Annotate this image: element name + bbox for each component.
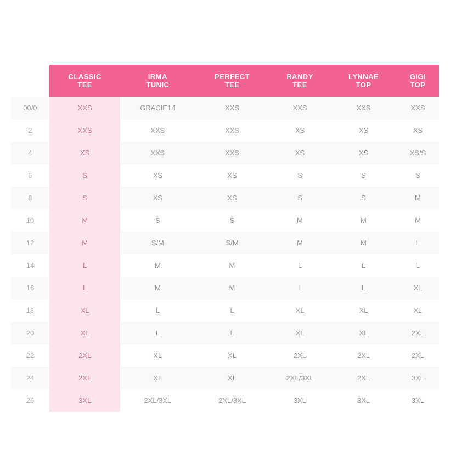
cell-perfect-11: XL <box>195 344 269 367</box>
cell-gigi-13: 3XL <box>397 389 439 412</box>
table-row: 16LMMLLXL <box>11 277 439 299</box>
cell-lynnae-6: M <box>330 232 397 254</box>
cell-lynnae-10: XL <box>330 322 397 344</box>
table-row: 4XSXXSXXSXSXSXS/S <box>11 142 439 164</box>
cell-gigi-10: 2XL <box>397 322 439 344</box>
cell-irma-8: M <box>120 277 195 299</box>
cell-gigi-2: XS/S <box>397 142 439 164</box>
cell-randy-13: 3XL <box>269 389 330 412</box>
cell-gigi-11: 2XL <box>397 344 439 367</box>
header-irma-tunic: IRMATUNIC <box>120 65 195 97</box>
cell-gigi-7: L <box>397 254 439 277</box>
cell-randy-2: XS <box>269 142 330 164</box>
cell-irma-12: XL <box>120 367 195 389</box>
cell-perfect-4: XS <box>195 187 269 209</box>
cell-classic-10: XL <box>49 322 121 344</box>
cell-size-9: 18 <box>11 299 49 322</box>
table-row: 14LMMLLL <box>11 254 439 277</box>
header-lynnae-top: LYNNAETOP <box>330 65 397 97</box>
cell-perfect-5: S <box>195 209 269 232</box>
cell-lynnae-4: S <box>330 187 397 209</box>
cell-size-5: 10 <box>11 209 49 232</box>
table-header: CLASSICTEE IRMATUNIC PERFECTTEE RANDYTEE… <box>11 65 439 97</box>
header-randy-tee: RANDYTEE <box>269 65 330 97</box>
cell-perfect-13: 2XL/3XL <box>195 389 269 412</box>
table-row: 6SXSXSSSS <box>11 164 439 187</box>
cell-perfect-6: S/M <box>195 232 269 254</box>
size-chart-table: CLASSICTEE IRMATUNIC PERFECTTEE RANDYTEE… <box>11 65 439 412</box>
cell-classic-13: 3XL <box>49 389 121 412</box>
cell-size-3: 6 <box>11 164 49 187</box>
cell-irma-0: GRACIE14 <box>120 97 195 119</box>
cell-classic-9: XL <box>49 299 121 322</box>
cell-gigi-12: 3XL <box>397 367 439 389</box>
cell-classic-0: XXS <box>49 97 121 119</box>
cell-irma-10: L <box>120 322 195 344</box>
cell-perfect-7: M <box>195 254 269 277</box>
cell-size-2: 4 <box>11 142 49 164</box>
cell-classic-12: 2XL <box>49 367 121 389</box>
table-row: 00/0XXSGRACIE14XXSXXSXXSXXS <box>11 97 439 119</box>
cell-size-10: 20 <box>11 322 49 344</box>
table-row: 10MSSMMM <box>11 209 439 232</box>
header-gigi-top: GIGITOP <box>397 65 439 97</box>
cell-perfect-0: XXS <box>195 97 269 119</box>
cell-gigi-4: M <box>397 187 439 209</box>
cell-randy-3: S <box>269 164 330 187</box>
cell-size-13: 26 <box>11 389 49 412</box>
cell-size-12: 24 <box>11 367 49 389</box>
cell-perfect-9: L <box>195 299 269 322</box>
cell-size-6: 12 <box>11 232 49 254</box>
cell-irma-13: 2XL/3XL <box>120 389 195 412</box>
cell-randy-11: 2XL <box>269 344 330 367</box>
cell-randy-1: XS <box>269 119 330 142</box>
cell-randy-10: XL <box>269 322 330 344</box>
header-perfect-tee: PERFECTTEE <box>195 65 269 97</box>
cell-perfect-2: XXS <box>195 142 269 164</box>
cell-irma-7: M <box>120 254 195 277</box>
cell-classic-3: S <box>49 164 121 187</box>
cell-irma-2: XXS <box>120 142 195 164</box>
header-size <box>11 65 49 97</box>
cell-perfect-1: XXS <box>195 119 269 142</box>
table-body: 00/0XXSGRACIE14XXSXXSXXSXXS2XXSXXSXXSXSX… <box>11 97 439 412</box>
cell-lynnae-1: XS <box>330 119 397 142</box>
cell-lynnae-3: S <box>330 164 397 187</box>
cell-classic-8: L <box>49 277 121 299</box>
cell-irma-5: S <box>120 209 195 232</box>
cell-lynnae-12: 2XL <box>330 367 397 389</box>
cell-randy-9: XL <box>269 299 330 322</box>
table-row: 8SXSXSSSM <box>11 187 439 209</box>
cell-lynnae-2: XS <box>330 142 397 164</box>
cell-randy-5: M <box>269 209 330 232</box>
table-row: 20XLLLXLXL2XL <box>11 322 439 344</box>
cell-randy-8: L <box>269 277 330 299</box>
cell-irma-11: XL <box>120 344 195 367</box>
cell-size-4: 8 <box>11 187 49 209</box>
cell-irma-3: XS <box>120 164 195 187</box>
table-row: 242XLXLXL2XL/3XL2XL3XL <box>11 367 439 389</box>
cell-lynnae-11: 2XL <box>330 344 397 367</box>
cell-lynnae-0: XXS <box>330 97 397 119</box>
cell-classic-11: 2XL <box>49 344 121 367</box>
cell-irma-6: S/M <box>120 232 195 254</box>
table-row: 18XLLLXLXLXL <box>11 299 439 322</box>
cell-gigi-6: L <box>397 232 439 254</box>
cell-perfect-3: XS <box>195 164 269 187</box>
cell-classic-6: M <box>49 232 121 254</box>
table-row: 222XLXLXL2XL2XL2XL <box>11 344 439 367</box>
header-row: CLASSICTEE IRMATUNIC PERFECTTEE RANDYTEE… <box>11 65 439 97</box>
cell-classic-4: S <box>49 187 121 209</box>
cell-size-0: 00/0 <box>11 97 49 119</box>
cell-size-8: 16 <box>11 277 49 299</box>
cell-randy-12: 2XL/3XL <box>269 367 330 389</box>
cell-lynnae-13: 3XL <box>330 389 397 412</box>
cell-randy-0: XXS <box>269 97 330 119</box>
table-row: 12MS/MS/MMML <box>11 232 439 254</box>
cell-size-1: 2 <box>11 119 49 142</box>
cell-lynnae-7: L <box>330 254 397 277</box>
cell-classic-5: M <box>49 209 121 232</box>
cell-lynnae-9: XL <box>330 299 397 322</box>
cell-gigi-8: XL <box>397 277 439 299</box>
cell-perfect-8: M <box>195 277 269 299</box>
